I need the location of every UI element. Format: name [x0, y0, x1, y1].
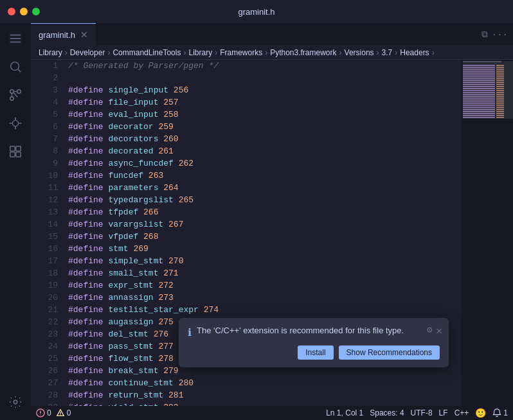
code-line: #define decorators 260: [63, 133, 462, 145]
svg-line-7: [14, 93, 18, 97]
code-line: #define decorated 261: [63, 145, 462, 157]
breadcrumb-commandlinetools[interactable]: CommandLineTools: [113, 48, 181, 57]
tab-actions: ⧉ ···: [482, 30, 508, 40]
sidebar-item-explorer[interactable]: [3, 26, 28, 51]
line-num: 11: [31, 182, 58, 194]
split-editor-icon[interactable]: ⧉: [482, 30, 488, 40]
line-num: 17: [31, 255, 58, 267]
emoji-icon[interactable]: 🙂: [475, 408, 486, 418]
notification-message: The 'C/C++' extension is recommended for…: [197, 326, 440, 335]
line-num: 26: [31, 365, 58, 377]
svg-point-4: [17, 90, 21, 94]
code-line: #define single_input 256: [63, 84, 462, 96]
breadcrumb-library[interactable]: Library: [39, 48, 62, 57]
line-num: 3: [31, 84, 58, 96]
code-line: #define decorator 259: [63, 121, 462, 133]
breadcrumb-library2[interactable]: Library: [188, 48, 212, 57]
indentation[interactable]: Spaces: 4: [370, 408, 404, 417]
tab-graminit[interactable]: graminit.h ✕: [31, 23, 96, 46]
svg-point-78: [40, 414, 40, 415]
breadcrumb-versions[interactable]: Versions: [345, 48, 374, 57]
install-button[interactable]: Install: [298, 346, 333, 360]
line-endings[interactable]: LF: [439, 408, 448, 417]
line-num: 10: [31, 170, 58, 182]
svg-rect-75: [463, 61, 513, 119]
warning-count: 0: [67, 408, 71, 417]
line-num: 19: [31, 279, 58, 292]
breadcrumb: Library › Developer › CommandLineTools ›…: [31, 46, 513, 60]
code-line: [63, 72, 462, 84]
file-encoding[interactable]: UTF-8: [411, 408, 433, 417]
tab-label: graminit.h: [39, 30, 75, 40]
svg-rect-16: [16, 152, 21, 157]
bell-icon: [492, 408, 501, 417]
line-num: 22: [31, 316, 58, 328]
info-icon: ℹ: [188, 326, 192, 339]
code-line: #define small_stmt 271: [63, 267, 462, 279]
code-line: #define file_input 257: [63, 96, 462, 109]
code-line: #define varargslist 267: [63, 218, 462, 231]
code-line: #define yield_stmt 282: [63, 401, 462, 406]
line-num: 16: [31, 243, 58, 255]
window-title: graminit.h: [238, 7, 274, 17]
error-count: 0: [47, 408, 51, 417]
notification-settings-icon[interactable]: ⚙: [427, 324, 432, 337]
code-line: #define expr_stmt 272: [63, 279, 462, 292]
code-line: #define tfpdef 266: [63, 206, 462, 218]
minimap[interactable]: [462, 60, 513, 406]
sidebar-item-settings[interactable]: [3, 389, 28, 415]
sidebar-item-search[interactable]: [3, 54, 28, 80]
line-num: 18: [31, 267, 58, 279]
cursor-position[interactable]: Ln 1, Col 1: [326, 408, 363, 417]
editor-area: graminit.h ✕ ⧉ ··· Library › Developer ›…: [31, 23, 513, 420]
editor-content: 1 2 3 4 5 6 7 8 9 10 11 12 13 14 15 16 1…: [31, 60, 513, 406]
line-num: 8: [31, 145, 58, 157]
code-line: #define eval_input 258: [63, 109, 462, 121]
svg-point-8: [12, 120, 18, 126]
line-num: 13: [31, 206, 58, 218]
breadcrumb-python3framework[interactable]: Python3.framework: [270, 48, 336, 57]
more-actions-icon[interactable]: ···: [492, 30, 508, 40]
breadcrumb-frameworks[interactable]: Frameworks: [220, 48, 262, 57]
language-mode[interactable]: C++: [455, 408, 469, 417]
code-line: #define stmt 269: [63, 243, 462, 255]
error-icon: [36, 408, 45, 417]
code-line: #define vfpdef 268: [63, 231, 462, 243]
code-line: #define async_funcdef 262: [63, 157, 462, 170]
tab-close-button[interactable]: ✕: [80, 30, 88, 40]
line-num: 2: [31, 72, 58, 84]
code-line: #define return_stmt 281: [63, 389, 462, 401]
notification-header: ℹ The 'C/C++' extension is recommended f…: [188, 326, 440, 339]
notification-buttons: Install Show Recommendations: [188, 346, 440, 360]
breadcrumb-headers[interactable]: Headers: [400, 48, 429, 57]
show-recommendations-button[interactable]: Show Recommendations: [339, 346, 440, 360]
svg-point-17: [14, 400, 17, 404]
code-line: #define typedargslist 265: [63, 194, 462, 206]
sidebar-item-source-control[interactable]: [3, 82, 28, 108]
line-num: 23: [31, 328, 58, 340]
tab-bar: graminit.h ✕ ⧉ ···: [31, 23, 513, 46]
svg-point-80: [60, 414, 60, 415]
title-bar: graminit.h: [0, 0, 513, 23]
maximize-button[interactable]: [32, 8, 40, 15]
notification-popup: ℹ The 'C/C++' extension is recommended f…: [179, 318, 449, 367]
code-line: #define continue_stmt 280: [63, 377, 462, 389]
status-errors[interactable]: 0 0: [36, 408, 71, 417]
line-num: 4: [31, 96, 58, 109]
notification-count: 1: [503, 408, 508, 417]
line-num: 20: [31, 292, 58, 304]
line-numbers: 1 2 3 4 5 6 7 8 9 10 11 12 13 14 15 16 1…: [31, 60, 63, 406]
minimize-button[interactable]: [20, 8, 28, 15]
svg-point-0: [11, 62, 19, 71]
breadcrumb-developer[interactable]: Developer: [70, 48, 105, 57]
breadcrumb-37[interactable]: 3.7: [382, 48, 393, 57]
sidebar-item-extensions[interactable]: [3, 139, 28, 164]
close-button[interactable]: [8, 8, 15, 15]
sidebar-item-debug[interactable]: [3, 110, 28, 136]
activity-bar: [0, 23, 31, 420]
code-line: #define parameters 264: [63, 182, 462, 194]
notification-close-button[interactable]: ✕: [436, 324, 442, 337]
line-num: 25: [31, 353, 58, 365]
notification-bell[interactable]: 1: [492, 408, 508, 417]
main-layout: graminit.h ✕ ⧉ ··· Library › Developer ›…: [0, 23, 513, 420]
